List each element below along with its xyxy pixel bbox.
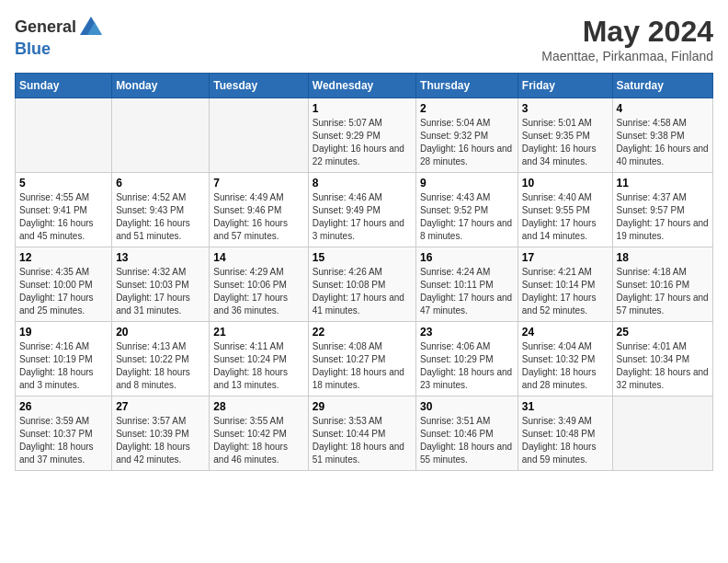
day-number: 10	[522, 177, 609, 190]
calendar-cell: 24 Sunrise: 4:04 AMSunset: 10:32 PMDayli…	[518, 322, 612, 396]
day-number: 29	[313, 400, 412, 413]
day-detail: Sunrise: 4:29 AMSunset: 10:06 PMDaylight…	[213, 267, 288, 316]
day-detail: Sunrise: 5:01 AMSunset: 9:35 PMDaylight:…	[522, 118, 597, 167]
day-detail: Sunrise: 4:32 AMSunset: 10:03 PMDaylight…	[116, 267, 190, 316]
day-detail: Sunrise: 4:55 AMSunset: 9:41 PMDaylight:…	[19, 192, 94, 241]
day-number: 16	[420, 251, 514, 264]
calendar-cell: 28 Sunrise: 3:55 AMSunset: 10:42 PMDayli…	[210, 396, 308, 471]
calendar-cell: 2 Sunrise: 5:04 AMSunset: 9:32 PMDayligh…	[416, 98, 518, 173]
day-detail: Sunrise: 4:24 AMSunset: 10:11 PMDaylight…	[420, 267, 512, 316]
day-detail: Sunrise: 3:49 AMSunset: 10:48 PMDaylight…	[522, 416, 597, 465]
calendar-cell	[112, 98, 210, 173]
day-detail: Sunrise: 4:35 AMSunset: 10:00 PMDaylight…	[19, 267, 94, 316]
calendar-cell: 6 Sunrise: 4:52 AMSunset: 9:43 PMDayligh…	[112, 173, 210, 247]
calendar-header-row: SundayMondayTuesdayWednesdayThursdayFrid…	[16, 74, 713, 98]
calendar-cell: 1 Sunrise: 5:07 AMSunset: 9:29 PMDayligh…	[308, 98, 415, 173]
header-tuesday: Tuesday	[210, 74, 308, 98]
calendar-cell: 16 Sunrise: 4:24 AMSunset: 10:11 PMDayli…	[416, 247, 518, 322]
day-number: 11	[617, 177, 709, 190]
header-monday: Monday	[112, 74, 210, 98]
calendar-cell: 14 Sunrise: 4:29 AMSunset: 10:06 PMDayli…	[210, 247, 308, 322]
calendar-cell: 11 Sunrise: 4:37 AMSunset: 9:57 PMDaylig…	[612, 173, 712, 247]
calendar-cell: 25 Sunrise: 4:01 AMSunset: 10:34 PMDayli…	[612, 322, 712, 396]
day-number: 12	[19, 251, 108, 264]
day-detail: Sunrise: 3:53 AMSunset: 10:44 PMDaylight…	[313, 416, 404, 465]
day-detail: Sunrise: 4:01 AMSunset: 10:34 PMDaylight…	[617, 341, 709, 390]
day-number: 13	[116, 251, 205, 264]
day-number: 25	[617, 326, 709, 339]
main-title: May 2024	[541, 15, 713, 49]
day-detail: Sunrise: 4:49 AMSunset: 9:46 PMDaylight:…	[213, 192, 288, 241]
day-detail: Sunrise: 4:46 AMSunset: 9:49 PMDaylight:…	[313, 192, 404, 241]
day-number: 24	[522, 326, 609, 339]
day-number: 7	[213, 177, 303, 190]
day-number: 5	[19, 177, 108, 190]
week-row-2: 5 Sunrise: 4:55 AMSunset: 9:41 PMDayligh…	[16, 173, 713, 247]
day-detail: Sunrise: 4:26 AMSunset: 10:08 PMDaylight…	[313, 267, 404, 316]
logo: General Blue	[15, 15, 104, 59]
day-number: 1	[313, 102, 412, 115]
calendar-cell: 9 Sunrise: 4:43 AMSunset: 9:52 PMDayligh…	[416, 173, 518, 247]
calendar-table: SundayMondayTuesdayWednesdayThursdayFrid…	[15, 73, 713, 471]
day-detail: Sunrise: 3:55 AMSunset: 10:42 PMDaylight…	[213, 416, 288, 465]
week-row-4: 19 Sunrise: 4:16 AMSunset: 10:19 PMDayli…	[16, 322, 713, 396]
calendar-cell: 29 Sunrise: 3:53 AMSunset: 10:44 PMDayli…	[308, 396, 415, 471]
calendar-cell: 19 Sunrise: 4:16 AMSunset: 10:19 PMDayli…	[16, 322, 112, 396]
calendar-cell: 18 Sunrise: 4:18 AMSunset: 10:16 PMDayli…	[612, 247, 712, 322]
day-number: 9	[420, 177, 514, 190]
day-detail: Sunrise: 4:08 AMSunset: 10:27 PMDaylight…	[313, 341, 404, 390]
week-row-5: 26 Sunrise: 3:59 AMSunset: 10:37 PMDayli…	[16, 396, 713, 471]
day-detail: Sunrise: 4:06 AMSunset: 10:29 PMDaylight…	[420, 341, 512, 390]
day-detail: Sunrise: 4:18 AMSunset: 10:16 PMDaylight…	[617, 267, 709, 316]
day-number: 17	[522, 251, 609, 264]
calendar-cell: 10 Sunrise: 4:40 AMSunset: 9:55 PMDaylig…	[518, 173, 612, 247]
logo-general: General	[15, 18, 76, 37]
day-detail: Sunrise: 4:11 AMSunset: 10:24 PMDaylight…	[213, 341, 288, 390]
day-number: 4	[617, 102, 709, 115]
day-number: 3	[522, 102, 609, 115]
header-saturday: Saturday	[612, 74, 712, 98]
day-number: 21	[213, 326, 303, 339]
calendar-cell: 5 Sunrise: 4:55 AMSunset: 9:41 PMDayligh…	[16, 173, 112, 247]
day-number: 14	[213, 251, 303, 264]
calendar-cell: 30 Sunrise: 3:51 AMSunset: 10:46 PMDayli…	[416, 396, 518, 471]
day-number: 6	[116, 177, 205, 190]
calendar-cell: 31 Sunrise: 3:49 AMSunset: 10:48 PMDayli…	[518, 396, 612, 471]
day-number: 27	[116, 400, 205, 413]
calendar-cell: 27 Sunrise: 3:57 AMSunset: 10:39 PMDayli…	[112, 396, 210, 471]
day-detail: Sunrise: 4:04 AMSunset: 10:32 PMDaylight…	[522, 341, 597, 390]
day-number: 18	[617, 251, 709, 264]
day-detail: Sunrise: 3:57 AMSunset: 10:39 PMDaylight…	[116, 416, 190, 465]
day-number: 22	[313, 326, 412, 339]
day-detail: Sunrise: 4:21 AMSunset: 10:14 PMDaylight…	[522, 267, 597, 316]
calendar-cell: 15 Sunrise: 4:26 AMSunset: 10:08 PMDayli…	[308, 247, 415, 322]
day-number: 2	[420, 102, 514, 115]
calendar-cell: 20 Sunrise: 4:13 AMSunset: 10:22 PMDayli…	[112, 322, 210, 396]
title-block: May 2024 Maenttae, Pirkanmaa, Finland	[541, 15, 713, 63]
calendar-cell: 3 Sunrise: 5:01 AMSunset: 9:35 PMDayligh…	[518, 98, 612, 173]
day-detail: Sunrise: 5:07 AMSunset: 9:29 PMDaylight:…	[313, 118, 404, 167]
logo-icon	[78, 15, 104, 40]
header-friday: Friday	[518, 74, 612, 98]
page-header: General Blue May 2024 Maenttae, Pirkanma…	[15, 15, 713, 63]
calendar-cell: 12 Sunrise: 4:35 AMSunset: 10:00 PMDayli…	[16, 247, 112, 322]
calendar-cell: 26 Sunrise: 3:59 AMSunset: 10:37 PMDayli…	[16, 396, 112, 471]
day-detail: Sunrise: 5:04 AMSunset: 9:32 PMDaylight:…	[420, 118, 512, 167]
day-detail: Sunrise: 4:58 AMSunset: 9:38 PMDaylight:…	[617, 118, 709, 167]
header-wednesday: Wednesday	[308, 74, 415, 98]
day-number: 8	[313, 177, 412, 190]
calendar-cell: 8 Sunrise: 4:46 AMSunset: 9:49 PMDayligh…	[308, 173, 415, 247]
calendar-cell: 17 Sunrise: 4:21 AMSunset: 10:14 PMDayli…	[518, 247, 612, 322]
day-number: 28	[213, 400, 303, 413]
day-detail: Sunrise: 3:59 AMSunset: 10:37 PMDaylight…	[19, 416, 94, 465]
day-number: 20	[116, 326, 205, 339]
day-detail: Sunrise: 4:40 AMSunset: 9:55 PMDaylight:…	[522, 192, 597, 241]
week-row-1: 1 Sunrise: 5:07 AMSunset: 9:29 PMDayligh…	[16, 98, 713, 173]
day-detail: Sunrise: 4:52 AMSunset: 9:43 PMDaylight:…	[116, 192, 190, 241]
week-row-3: 12 Sunrise: 4:35 AMSunset: 10:00 PMDayli…	[16, 247, 713, 322]
day-number: 31	[522, 400, 609, 413]
day-number: 19	[19, 326, 108, 339]
logo-blue: Blue	[15, 40, 51, 58]
day-number: 30	[420, 400, 514, 413]
day-detail: Sunrise: 4:16 AMSunset: 10:19 PMDaylight…	[19, 341, 94, 390]
